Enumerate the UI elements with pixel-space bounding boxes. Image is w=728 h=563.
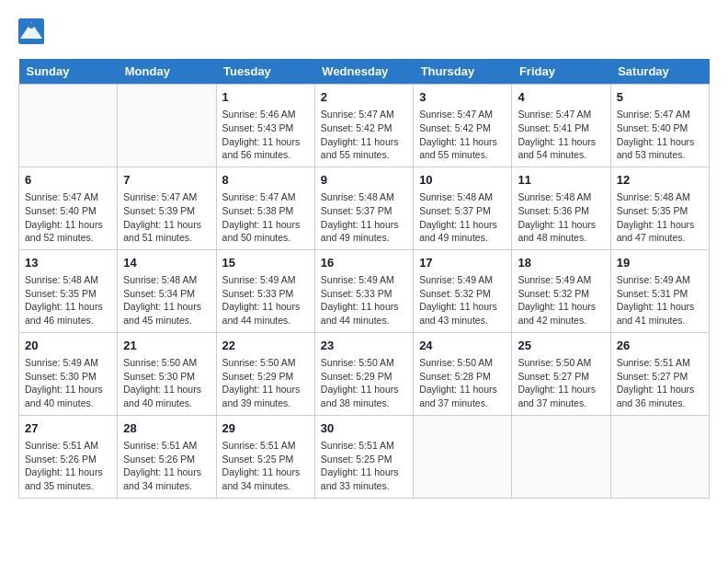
calendar-cell: 10Sunrise: 5:48 AM Sunset: 5:37 PM Dayli… (414, 167, 512, 249)
day-number: 9 (321, 172, 407, 189)
day-info: Sunrise: 5:48 AM Sunset: 5:34 PM Dayligh… (123, 273, 210, 327)
calendar-cell: 25Sunrise: 5:50 AM Sunset: 5:27 PM Dayli… (512, 332, 610, 415)
day-number: 21 (123, 338, 210, 354)
day-number: 18 (518, 255, 604, 271)
calendar-cell: 8Sunrise: 5:47 AM Sunset: 5:38 PM Daylig… (216, 167, 314, 249)
day-info: Sunrise: 5:50 AM Sunset: 5:29 PM Dayligh… (222, 356, 309, 410)
day-info: Sunrise: 5:48 AM Sunset: 5:36 PM Dayligh… (518, 190, 604, 245)
calendar-cell: 1Sunrise: 5:46 AM Sunset: 5:43 PM Daylig… (216, 85, 314, 167)
day-number: 16 (321, 255, 407, 271)
calendar-cell: 14Sunrise: 5:48 AM Sunset: 5:34 PM Dayli… (118, 249, 216, 332)
day-info: Sunrise: 5:50 AM Sunset: 5:27 PM Dayligh… (518, 356, 604, 410)
calendar-cell (414, 415, 512, 498)
calendar-cell: 23Sunrise: 5:50 AM Sunset: 5:29 PM Dayli… (314, 332, 413, 415)
day-info: Sunrise: 5:48 AM Sunset: 5:37 PM Dayligh… (419, 190, 506, 245)
calendar-cell: 20Sunrise: 5:49 AM Sunset: 5:30 PM Dayli… (19, 332, 118, 415)
day-info: Sunrise: 5:49 AM Sunset: 5:33 PM Dayligh… (222, 273, 309, 327)
day-info: Sunrise: 5:47 AM Sunset: 5:42 PM Dayligh… (419, 108, 506, 162)
day-number: 5 (617, 89, 703, 106)
day-number: 1 (222, 89, 309, 106)
day-number: 30 (321, 420, 407, 437)
page-header (18, 18, 710, 44)
day-number: 22 (222, 338, 309, 354)
weekday-header-thursday: Thursday (414, 59, 512, 85)
day-info: Sunrise: 5:46 AM Sunset: 5:43 PM Dayligh… (222, 108, 309, 162)
day-number: 25 (518, 338, 604, 354)
calendar-cell: 3Sunrise: 5:47 AM Sunset: 5:42 PM Daylig… (414, 85, 512, 167)
week-row-2: 6Sunrise: 5:47 AM Sunset: 5:40 PM Daylig… (19, 167, 710, 249)
week-row-1: 1Sunrise: 5:46 AM Sunset: 5:43 PM Daylig… (19, 85, 710, 167)
day-number: 2 (321, 89, 407, 106)
calendar-cell: 27Sunrise: 5:51 AM Sunset: 5:26 PM Dayli… (19, 415, 118, 498)
calendar-cell: 9Sunrise: 5:48 AM Sunset: 5:37 PM Daylig… (314, 167, 413, 249)
calendar-table: SundayMondayTuesdayWednesdayThursdayFrid… (18, 59, 710, 499)
week-row-3: 13Sunrise: 5:48 AM Sunset: 5:35 PM Dayli… (19, 249, 710, 332)
svg-point-2 (28, 23, 34, 29)
calendar-cell: 4Sunrise: 5:47 AM Sunset: 5:41 PM Daylig… (512, 85, 610, 167)
calendar-cell: 5Sunrise: 5:47 AM Sunset: 5:40 PM Daylig… (610, 85, 709, 167)
day-number: 26 (617, 338, 703, 354)
day-info: Sunrise: 5:48 AM Sunset: 5:35 PM Dayligh… (25, 273, 111, 327)
day-info: Sunrise: 5:51 AM Sunset: 5:26 PM Dayligh… (25, 439, 111, 493)
day-number: 24 (419, 338, 506, 354)
day-info: Sunrise: 5:47 AM Sunset: 5:42 PM Dayligh… (321, 108, 407, 162)
day-info: Sunrise: 5:50 AM Sunset: 5:28 PM Dayligh… (419, 356, 506, 410)
day-number: 7 (123, 172, 210, 189)
calendar-cell: 13Sunrise: 5:48 AM Sunset: 5:35 PM Dayli… (19, 249, 118, 332)
calendar-cell: 6Sunrise: 5:47 AM Sunset: 5:40 PM Daylig… (19, 167, 118, 249)
day-info: Sunrise: 5:50 AM Sunset: 5:30 PM Dayligh… (123, 356, 210, 410)
logo (18, 18, 48, 44)
week-row-4: 20Sunrise: 5:49 AM Sunset: 5:30 PM Dayli… (19, 332, 710, 415)
logo-icon (18, 18, 44, 44)
weekday-header-monday: Monday (118, 59, 216, 85)
weekday-header-friday: Friday (512, 59, 610, 85)
day-info: Sunrise: 5:47 AM Sunset: 5:41 PM Dayligh… (518, 108, 604, 162)
day-number: 17 (419, 255, 506, 271)
calendar-cell: 30Sunrise: 5:51 AM Sunset: 5:25 PM Dayli… (314, 415, 413, 498)
day-number: 6 (25, 172, 111, 189)
weekday-header-wednesday: Wednesday (314, 59, 413, 85)
calendar-cell: 21Sunrise: 5:50 AM Sunset: 5:30 PM Dayli… (118, 332, 216, 415)
day-number: 29 (222, 420, 309, 437)
calendar-cell: 16Sunrise: 5:49 AM Sunset: 5:33 PM Dayli… (314, 249, 413, 332)
day-info: Sunrise: 5:51 AM Sunset: 5:25 PM Dayligh… (222, 439, 309, 493)
day-info: Sunrise: 5:49 AM Sunset: 5:33 PM Dayligh… (321, 273, 407, 327)
day-number: 23 (321, 338, 407, 354)
day-number: 12 (617, 172, 703, 189)
day-number: 10 (419, 172, 506, 189)
calendar-cell: 26Sunrise: 5:51 AM Sunset: 5:27 PM Dayli… (610, 332, 709, 415)
calendar-cell: 22Sunrise: 5:50 AM Sunset: 5:29 PM Dayli… (216, 332, 314, 415)
day-info: Sunrise: 5:50 AM Sunset: 5:29 PM Dayligh… (321, 356, 407, 410)
calendar-cell: 29Sunrise: 5:51 AM Sunset: 5:25 PM Dayli… (216, 415, 314, 498)
day-info: Sunrise: 5:47 AM Sunset: 5:39 PM Dayligh… (123, 190, 210, 245)
day-info: Sunrise: 5:51 AM Sunset: 5:26 PM Dayligh… (123, 439, 210, 493)
calendar-cell: 11Sunrise: 5:48 AM Sunset: 5:36 PM Dayli… (512, 167, 610, 249)
day-info: Sunrise: 5:49 AM Sunset: 5:31 PM Dayligh… (617, 273, 703, 327)
day-info: Sunrise: 5:49 AM Sunset: 5:32 PM Dayligh… (518, 273, 604, 327)
calendar-cell (610, 415, 709, 498)
weekday-header-tuesday: Tuesday (216, 59, 314, 85)
day-info: Sunrise: 5:49 AM Sunset: 5:30 PM Dayligh… (25, 356, 111, 410)
calendar-cell: 12Sunrise: 5:48 AM Sunset: 5:35 PM Dayli… (610, 167, 709, 249)
day-info: Sunrise: 5:48 AM Sunset: 5:37 PM Dayligh… (321, 190, 407, 245)
day-number: 11 (518, 172, 604, 189)
day-number: 13 (25, 255, 111, 271)
week-row-5: 27Sunrise: 5:51 AM Sunset: 5:26 PM Dayli… (19, 415, 710, 498)
day-info: Sunrise: 5:51 AM Sunset: 5:27 PM Dayligh… (617, 356, 703, 410)
weekday-header-saturday: Saturday (610, 59, 709, 85)
day-info: Sunrise: 5:47 AM Sunset: 5:38 PM Dayligh… (222, 190, 309, 245)
day-info: Sunrise: 5:47 AM Sunset: 5:40 PM Dayligh… (25, 190, 111, 245)
calendar-cell: 19Sunrise: 5:49 AM Sunset: 5:31 PM Dayli… (610, 249, 709, 332)
day-number: 15 (222, 255, 309, 271)
day-number: 20 (25, 338, 111, 354)
weekday-header-row: SundayMondayTuesdayWednesdayThursdayFrid… (19, 59, 710, 85)
calendar-cell: 7Sunrise: 5:47 AM Sunset: 5:39 PM Daylig… (118, 167, 216, 249)
day-number: 27 (25, 420, 111, 437)
calendar-cell: 28Sunrise: 5:51 AM Sunset: 5:26 PM Dayli… (118, 415, 216, 498)
day-info: Sunrise: 5:51 AM Sunset: 5:25 PM Dayligh… (321, 439, 407, 493)
calendar-cell: 15Sunrise: 5:49 AM Sunset: 5:33 PM Dayli… (216, 249, 314, 332)
calendar-cell: 17Sunrise: 5:49 AM Sunset: 5:32 PM Dayli… (414, 249, 512, 332)
calendar-cell (19, 85, 118, 167)
day-number: 19 (617, 255, 703, 271)
calendar-cell: 2Sunrise: 5:47 AM Sunset: 5:42 PM Daylig… (314, 85, 413, 167)
